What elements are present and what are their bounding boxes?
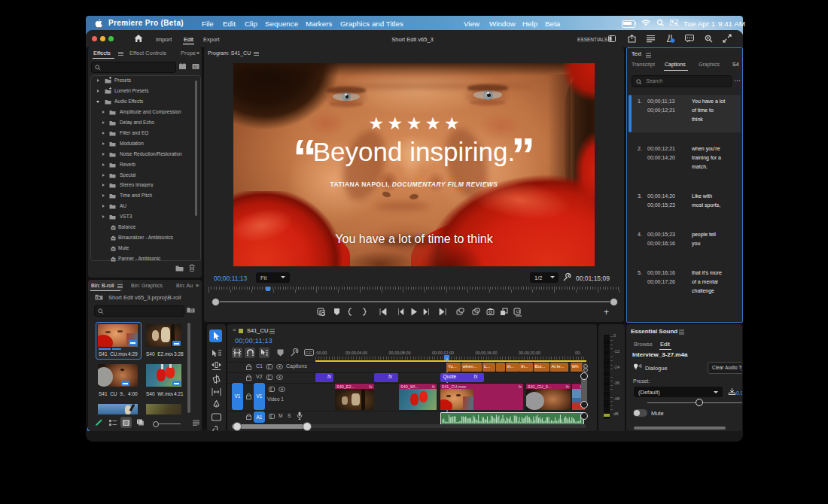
svg-text:T: T — [138, 420, 140, 424]
svg-text:CC: CC — [306, 351, 312, 355]
